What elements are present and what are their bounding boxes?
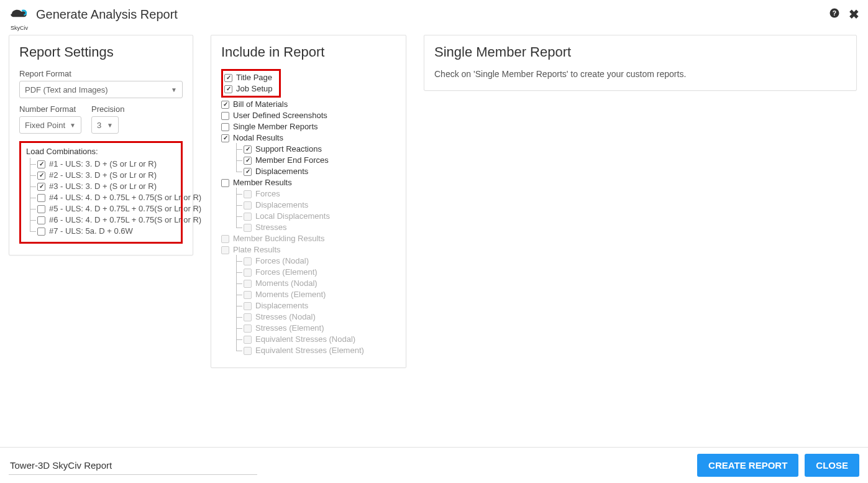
label-support-reactions: Support Reactions bbox=[255, 144, 322, 155]
checkbox-load-combination[interactable] bbox=[37, 183, 45, 191]
label-mr-stresses: Stresses bbox=[255, 222, 287, 233]
tree-connector bbox=[26, 204, 37, 214]
caret-icon: ▼ bbox=[70, 122, 76, 129]
checkbox-pr-eq-stresses-nodal bbox=[244, 336, 252, 344]
create-report-button[interactable]: CREATE REPORT bbox=[697, 454, 798, 477]
checkbox-load-combination[interactable] bbox=[37, 216, 45, 224]
caret-icon: ▼ bbox=[171, 86, 177, 93]
checkbox-member-results[interactable] bbox=[221, 179, 229, 187]
label-displacements: Displacements bbox=[255, 166, 308, 177]
label-pr-stresses-element: Stresses (Element) bbox=[255, 323, 324, 334]
load-combination-label: #3 - ULS: 3. D + (S or Lr or R) bbox=[49, 181, 157, 192]
label-pr-eq-stresses-element: Equivalent Stresses (Element) bbox=[255, 345, 364, 356]
label-screenshots: User Defined Screenshots bbox=[233, 110, 327, 121]
single-member-title: Single Member Report bbox=[434, 44, 846, 60]
dialog-title: Generate Analysis Report bbox=[36, 7, 178, 22]
number-format-select[interactable]: Fixed Point ▼ bbox=[19, 116, 81, 134]
checkbox-nodal-results[interactable] bbox=[221, 134, 229, 142]
load-combination-item: #2 - ULS: 3. D + (S or Lr or R) bbox=[26, 170, 176, 181]
checkbox-support-reactions[interactable] bbox=[244, 145, 252, 154]
main-content: Report Settings Report Format PDF (Text … bbox=[0, 29, 868, 374]
label-pr-stresses-nodal: Stresses (Nodal) bbox=[255, 311, 316, 323]
load-combination-label: #7 - ULS: 5a. D + 0.6W bbox=[49, 226, 133, 237]
label-pr-forces-element: Forces (Element) bbox=[255, 267, 318, 278]
tree-connector bbox=[26, 226, 37, 236]
report-format-select[interactable]: PDF (Text and Images) ▼ bbox=[19, 81, 183, 98]
label-member-end-forces: Member End Forces bbox=[255, 155, 329, 166]
include-panel: Include in Report Title Page Job Setup B… bbox=[211, 35, 406, 368]
checkbox-pr-stresses-element bbox=[244, 324, 252, 333]
footer: CREATE REPORT CLOSE bbox=[0, 447, 868, 483]
label-pr-moments-element: Moments (Element) bbox=[255, 289, 326, 300]
checkbox-smr[interactable] bbox=[221, 123, 229, 131]
checkbox-pr-moments-element bbox=[244, 291, 252, 299]
checkbox-pr-moments-nodal bbox=[244, 280, 252, 288]
load-combination-item: #4 - ULS: 4. D + 0.75L + 0.75(S or Lr or… bbox=[26, 192, 176, 203]
checkbox-bom[interactable] bbox=[221, 101, 229, 109]
label-mr-displacements: Displacements bbox=[255, 200, 308, 211]
help-icon[interactable]: ? bbox=[829, 7, 840, 22]
load-combination-item: #3 - ULS: 3. D + (S or Lr or R) bbox=[26, 181, 176, 192]
load-combination-label: #1 - ULS: 3. D + (S or Lr or R) bbox=[49, 159, 157, 170]
checkbox-mr-stresses bbox=[244, 224, 252, 232]
label-buckling: Member Buckling Results bbox=[233, 233, 324, 244]
checkbox-pr-stresses-nodal bbox=[244, 313, 252, 321]
load-combination-label: #2 - ULS: 3. D + (S or Lr or R) bbox=[49, 170, 157, 181]
caret-icon: ▼ bbox=[107, 122, 113, 129]
checkbox-mr-local-disp bbox=[244, 213, 252, 221]
include-highlight: Title Page Job Setup bbox=[221, 69, 281, 98]
checkbox-load-combination[interactable] bbox=[37, 228, 45, 236]
checkbox-mr-forces bbox=[244, 190, 252, 198]
load-combination-item: #5 - ULS: 4. D + 0.75L + 0.75(S or Lr or… bbox=[26, 203, 176, 214]
precision-select[interactable]: 3 ▼ bbox=[91, 116, 119, 134]
checkbox-load-combination[interactable] bbox=[37, 172, 45, 180]
label-pr-forces-nodal: Forces (Nodal) bbox=[255, 255, 309, 267]
precision-value: 3 bbox=[97, 121, 101, 130]
tree-connector bbox=[26, 215, 37, 225]
checkbox-title-page[interactable] bbox=[224, 74, 232, 82]
logo-text: SkyCiv bbox=[9, 25, 30, 31]
checkbox-pr-eq-stresses-element bbox=[244, 347, 252, 355]
load-combinations-highlight: Load Combinations: #1 - ULS: 3. D + (S o… bbox=[19, 141, 183, 244]
load-combination-label: #4 - ULS: 4. D + 0.75L + 0.75(S or Lr or… bbox=[49, 192, 201, 203]
label-mr-local-disp: Local Displacements bbox=[255, 211, 330, 222]
checkbox-job-setup[interactable] bbox=[224, 85, 232, 93]
load-combinations-label: Load Combinations: bbox=[26, 147, 176, 156]
number-format-label: Number Format bbox=[19, 104, 81, 114]
checkbox-displacements[interactable] bbox=[244, 168, 252, 176]
label-job-setup: Job Setup bbox=[236, 83, 273, 94]
checkbox-mr-displacements bbox=[244, 201, 252, 209]
close-icon[interactable]: ✖ bbox=[849, 7, 859, 22]
load-combination-item: #6 - ULS: 4. D + 0.75L + 0.75(S or Lr or… bbox=[26, 214, 176, 226]
checkbox-screenshots[interactable] bbox=[221, 112, 229, 120]
load-combination-label: #5 - ULS: 4. D + 0.75L + 0.75(S or Lr or… bbox=[49, 203, 201, 214]
report-name-input[interactable] bbox=[9, 456, 257, 475]
checkbox-buckling bbox=[221, 235, 229, 243]
checkbox-pr-forces-element bbox=[244, 269, 252, 277]
label-pr-eq-stresses-nodal: Equivalent Stresses (Nodal) bbox=[255, 334, 355, 345]
checkbox-load-combination[interactable] bbox=[37, 194, 45, 202]
checkbox-member-end-forces[interactable] bbox=[244, 157, 252, 165]
checkbox-load-combination[interactable] bbox=[37, 205, 45, 213]
label-member-results: Member Results bbox=[233, 177, 292, 188]
skyciv-logo: SkyCiv bbox=[9, 5, 30, 24]
label-bom: Bill of Materials bbox=[233, 99, 288, 110]
dialog-header: SkyCiv Generate Analysis Report ? ✖ bbox=[0, 0, 868, 29]
tree-connector bbox=[26, 193, 37, 203]
label-mr-forces: Forces bbox=[255, 188, 280, 200]
label-plate-results: Plate Results bbox=[233, 244, 281, 255]
checkbox-pr-forces-nodal bbox=[244, 257, 252, 265]
tree-connector bbox=[26, 182, 37, 191]
svg-text:?: ? bbox=[833, 9, 836, 16]
label-title-page: Title Page bbox=[236, 72, 272, 83]
single-member-panel: Single Member Report Check on 'Single Me… bbox=[424, 35, 857, 91]
report-settings-title: Report Settings bbox=[19, 44, 183, 60]
load-combination-item: #7 - ULS: 5a. D + 0.6W bbox=[26, 226, 176, 237]
checkbox-load-combination[interactable] bbox=[37, 160, 45, 168]
label-nodal-results: Nodal Results bbox=[233, 132, 283, 144]
close-button[interactable]: CLOSE bbox=[805, 454, 859, 477]
label-smr: Single Member Reports bbox=[233, 121, 318, 132]
report-format-label: Report Format bbox=[19, 69, 183, 78]
checkbox-plate-results bbox=[221, 246, 229, 254]
load-combination-item: #1 - ULS: 3. D + (S or Lr or R) bbox=[26, 159, 176, 170]
